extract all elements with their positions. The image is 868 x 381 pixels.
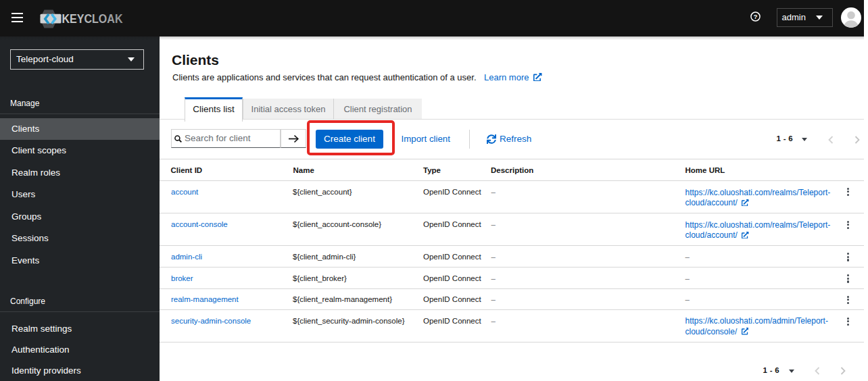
svg-text:KEYCLOAK: KEYCLOAK xyxy=(62,11,124,26)
svg-text:?: ? xyxy=(754,14,758,20)
